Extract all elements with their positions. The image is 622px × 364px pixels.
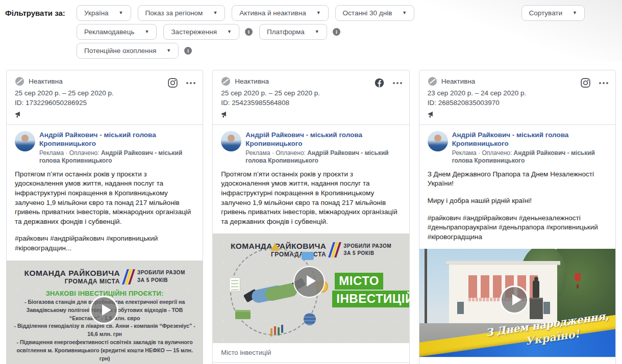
date-range-filter-label: Останні 30 днів: [343, 9, 392, 17]
ad-id: ID: 254235985564808: [221, 98, 401, 108]
team-flag-logo: [125, 269, 133, 284]
ad-id: ID: 2685820835003970: [428, 98, 607, 108]
post-paragraph: З Днем Державного Прапора та Днем Незале…: [428, 170, 607, 189]
ad-video-thumbnail: КОМАНДА РАЙКОВИЧА ГРОМАДА МІСТА ЗРОБИЛИ …: [213, 233, 409, 343]
post-hashtags: #райкович #андрійрайкович #кропивницький…: [15, 234, 194, 253]
document-icon: [229, 277, 240, 292]
chevron-down-icon: ▼: [119, 11, 123, 15]
page-name-link[interactable]: Андрій Райкович - міський голова Кропивн…: [39, 131, 194, 148]
ad-card-3-body: Андрій Райкович - міський голова Кропивн…: [419, 125, 615, 249]
creative-line: - Підвищення енергоефективності освітніх…: [12, 339, 197, 363]
ad-post-text: Протягом п’яти останніх років у проєкти …: [221, 170, 401, 227]
page-name-link[interactable]: Андрій Райкович - міський голова Кропивн…: [245, 131, 401, 148]
video-caption: Місто інвестицій: [213, 343, 409, 362]
ad-card-1: Неактивна 25 сер 2020 р. – 25 сер 2020 р…: [6, 70, 203, 364]
ad-post-text: З Днем Державного Прапора та Днем Незале…: [428, 170, 607, 242]
chevron-down-icon: ▼: [315, 30, 319, 34]
paid-for-by-disclaimer: Реклама · Оплачено: Андрій Райкович - мі…: [452, 149, 607, 165]
video-play-button[interactable]: [500, 285, 529, 314]
post-paragraph: Протягом п’яти останніх років у проєкти …: [15, 170, 194, 227]
overlay-line-1: МІСТО: [335, 273, 383, 290]
paid-for-by-disclaimer: Реклама · Оплачено: Андрій Райкович - мі…: [245, 149, 401, 165]
active-state-filter-dropdown[interactable]: Активна й неактивна ▼: [232, 5, 328, 21]
chevron-down-icon: ▼: [402, 11, 407, 15]
bar-chart-icon: [274, 326, 276, 334]
megaphone-icon: [428, 111, 607, 120]
ad-date-range: 25 сер 2020 р. – 25 сер 2020 р.: [15, 89, 194, 98]
active-state-filter-label: Активна й неактивна: [239, 9, 306, 17]
page-avatar: [428, 131, 448, 151]
building-window: [457, 302, 464, 314]
video-play-button[interactable]: [90, 296, 118, 324]
advertiser-filter-label: Рекламодавець: [84, 28, 135, 36]
more-options-button[interactable]: [599, 80, 608, 86]
date-range-filter-dropdown[interactable]: Останні 30 днів ▼: [335, 5, 415, 21]
pole-photo-element: [425, 249, 427, 325]
ad-card-2: Неактивна 25 сер 2020 р. – 25 сер 2020 р…: [212, 70, 409, 364]
chevron-down-icon: ▼: [227, 30, 232, 34]
statue-photo-element: [533, 280, 539, 298]
info-icon[interactable]: i: [245, 28, 253, 36]
ad-post-text: Протягом п’яти останніх років у проєкти …: [15, 170, 194, 253]
instagram-icon: [167, 77, 178, 88]
page-avatar: [15, 131, 35, 151]
ad-card-1-body: Андрій Райкович - міський голова Кропивн…: [7, 125, 203, 261]
ad-results-grid: Неактивна 25 сер 2020 р. – 25 сер 2020 р…: [0, 62, 622, 364]
more-options-button[interactable]: [393, 80, 402, 86]
ad-card-2-body: Андрій Райкович - міський голова Кропивн…: [213, 125, 409, 234]
video-play-button[interactable]: [293, 266, 325, 298]
creative-tagline-2: ЗА 5 РОКІВ: [137, 277, 185, 284]
region-filter-dropdown[interactable]: Показ за регіоном ▼: [138, 5, 226, 21]
sort-dropdown[interactable]: Сортувати ▼: [521, 5, 585, 21]
team-flag-logo: [331, 242, 339, 257]
chevron-down-icon: ▼: [145, 30, 150, 34]
country-filter-dropdown[interactable]: Україна ▼: [77, 5, 131, 21]
potential-reach-filter-dropdown[interactable]: Потенційне охоплення ▼: [77, 43, 179, 59]
chevron-down-icon: ▼: [213, 11, 217, 15]
ad-status: Неактивна: [235, 77, 269, 85]
ad-card-3: Неактивна 23 сер 2020 р. – 24 сер 2020 р…: [419, 70, 616, 364]
platform-filter-dropdown[interactable]: Платформа ▼: [259, 24, 327, 40]
post-paragraph: Миру і добра нашій рідній країні!: [428, 196, 607, 206]
ad-card-1-header: Неактивна 25 сер 2020 р. – 25 сер 2020 р…: [7, 70, 203, 125]
filter-row-3: Потенційне охоплення ▼ i: [77, 43, 616, 59]
overlay-line-2: ІНВЕСТИЦІЙ: [332, 291, 409, 307]
disclaimer-filter-label: Застереження: [171, 28, 217, 36]
potential-reach-filter-label: Потенційне охоплення: [84, 47, 156, 55]
globe-icon: [304, 313, 316, 325]
inactive-status-icon: [15, 76, 24, 86]
creative-team-subtitle: ГРОМАДА МІСТА: [24, 278, 120, 285]
ad-date-range: 25 сер 2020 р. – 25 сер 2020 р.: [221, 89, 401, 98]
inactive-status-icon: [221, 76, 231, 86]
post-hashtags: #райкович #андрійрайкович #деньнезалежно…: [428, 214, 607, 242]
ad-video-thumbnail: КОМАНДА РАЙКОВИЧА ГРОМАДА МІСТА ЗРОБИЛИ …: [7, 261, 203, 364]
megaphone-icon: [15, 111, 194, 120]
creative-tagline-1: ЗРОБИЛИ РАЗОМ: [343, 243, 391, 250]
ad-date-range: 23 сер 2020 р. – 24 сер 2020 р.: [428, 89, 607, 98]
red-lantern-photo-element: [575, 273, 581, 281]
page-name-link[interactable]: Андрій Райкович - міський голова Кропивн…: [452, 131, 607, 148]
disclaimer-filter-dropdown[interactable]: Застереження ▼: [163, 24, 239, 40]
building-window: [543, 302, 550, 314]
page-avatar: [221, 131, 241, 151]
creative-line: - Відділення гемодіалізу в лікарні св. А…: [12, 322, 197, 339]
paid-for-by-disclaimer: Реклама · Оплачено: Андрій Райкович - мі…: [39, 149, 194, 165]
ad-video-thumbnail: З Днем народження, Україно!: [419, 249, 615, 357]
platform-filter-label: Платформа: [267, 28, 305, 36]
statue-pedestal-photo-element: [530, 298, 543, 319]
chevron-down-icon: ▼: [316, 11, 321, 15]
info-icon[interactable]: i: [184, 47, 192, 55]
filter-row-2: Рекламодавець ▼ Застереження ▼ i Платфор…: [77, 24, 616, 40]
ad-card-3-header: Неактивна 23 сер 2020 р. – 24 сер 2020 р…: [419, 70, 615, 125]
sort-label: Сортувати: [529, 9, 563, 17]
chevron-down-icon: ▼: [166, 48, 171, 53]
info-icon[interactable]: i: [333, 28, 340, 36]
creative-overlay-title: МІСТО ІНВЕСТИЦІЙ: [335, 273, 409, 307]
advertiser-filter-dropdown[interactable]: Рекламодавець ▼: [77, 24, 157, 40]
creative-team-title: КОМАНДА РАЙКОВИЧА: [24, 269, 120, 278]
money-stack-icon: [235, 312, 251, 319]
instagram-icon: [580, 77, 591, 88]
more-options-button[interactable]: [186, 80, 195, 86]
ad-status: Неактивна: [29, 77, 63, 85]
chat-bubble-icon: [302, 252, 314, 260]
